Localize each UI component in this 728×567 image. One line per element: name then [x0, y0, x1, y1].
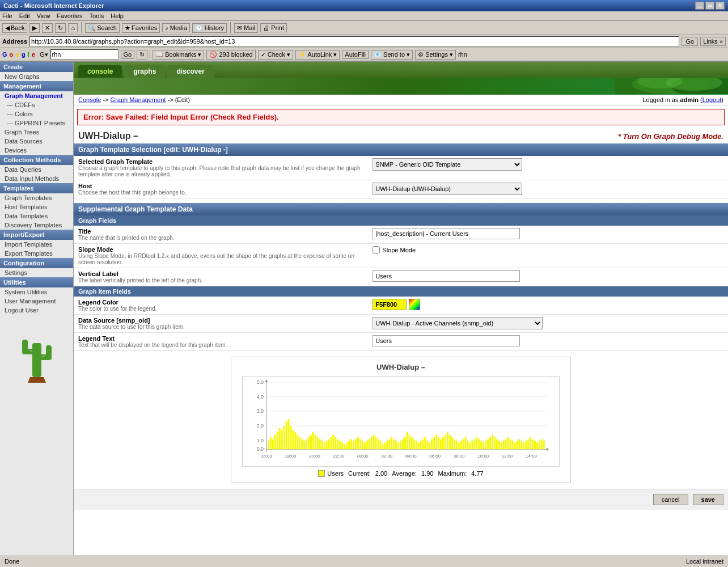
bookmarks-btn[interactable]: 📖 Bookmarks ▾ — [153, 50, 204, 60]
nav-tab-console[interactable]: console — [78, 65, 122, 78]
back-btn[interactable]: ◀ Back — [2, 23, 27, 33]
nav-tab-discover[interactable]: discover — [167, 65, 213, 78]
graph-chart-title: UWH-Dialup – — [237, 363, 565, 371]
svg-rect-59 — [303, 441, 305, 450]
svg-rect-75 — [339, 441, 341, 450]
sidebar-item-data-templates[interactable]: Data Templates — [0, 211, 73, 221]
sidebar-item-data-input[interactable]: Data Input Methods — [0, 174, 73, 183]
menu-favorites[interactable]: Favorites — [57, 12, 82, 19]
refresh-btn[interactable]: ↻ — [55, 23, 66, 33]
legend-color-label: Legend Color — [78, 299, 363, 306]
sidebar-item-user-management[interactable]: User Management — [0, 297, 73, 306]
cancel-button[interactable]: cancel — [653, 494, 688, 505]
close-btn[interactable]: ✕ — [716, 2, 725, 10]
color-picker-btn[interactable] — [409, 299, 420, 310]
menu-view[interactable]: View — [37, 12, 50, 19]
window-controls[interactable]: _ ▭ ✕ — [695, 2, 725, 10]
media-toolbar-btn[interactable]: ♪ Media — [162, 23, 190, 32]
send-to-btn[interactable]: 📧 Send to ▾ — [371, 50, 413, 60]
svg-rect-86 — [364, 443, 366, 450]
svg-rect-100 — [395, 441, 397, 450]
menu-help[interactable]: Help — [111, 12, 124, 19]
svg-rect-141 — [487, 439, 489, 450]
nav-tab-graphs[interactable]: graphs — [124, 65, 165, 78]
check-btn[interactable]: ✓ Check ▾ — [258, 50, 293, 60]
legend-label: Users — [327, 470, 344, 477]
breadcrumb-console[interactable]: Console — [78, 96, 101, 103]
minimize-btn[interactable]: _ — [695, 2, 704, 10]
sidebar-item-import-templates[interactable]: Import Templates — [0, 240, 73, 249]
google-refresh-btn[interactable]: ↻ — [137, 50, 147, 60]
sidebar-item-graph-trees[interactable]: Graph Trees — [0, 128, 73, 137]
sidebar-header-templates: Templates — [0, 183, 73, 193]
sidebar-item-discovery-templates[interactable]: Discovery Templates — [0, 221, 73, 230]
links-btn[interactable]: Links » — [700, 37, 726, 46]
data-source-select[interactable]: UWH-Dialup - Active Channels (snmp_oid) — [373, 317, 543, 329]
menu-file[interactable]: File — [2, 12, 12, 19]
top-nav-area: console graphs discover — [74, 62, 728, 95]
legend-color-label-cell: Legend Color The color to use for the le… — [74, 297, 368, 315]
favorites-toolbar-btn[interactable]: ★ Favorites — [122, 23, 160, 33]
google-settings-btn[interactable]: ⚙ Settings ▾ — [415, 50, 456, 60]
svg-text:18:00: 18:00 — [285, 454, 297, 459]
sidebar-item-logout[interactable]: Logout User — [0, 306, 73, 315]
search-toolbar-btn[interactable]: 🔍 Search — [85, 23, 120, 33]
debug-mode-link[interactable]: * Turn On Graph Debug Mode. — [618, 132, 723, 141]
vertical-label-input[interactable] — [373, 270, 520, 282]
print-toolbar-btn[interactable]: 🖨 Print — [260, 23, 287, 32]
sidebar-item-settings[interactable]: Settings — [0, 268, 73, 277]
legend-text-input[interactable] — [373, 335, 520, 346]
home-btn[interactable]: ⌂ — [68, 23, 78, 32]
svg-rect-70 — [328, 439, 330, 450]
save-button[interactable]: save — [693, 494, 723, 505]
sidebar-item-export-templates[interactable]: Export Templates — [0, 249, 73, 258]
title-input[interactable] — [373, 228, 520, 239]
svg-rect-111 — [420, 441, 422, 450]
forward-btn[interactable]: ▶ — [29, 23, 40, 33]
svg-rect-135 — [473, 439, 475, 450]
sidebar-item-graph-templates[interactable]: Graph Templates — [0, 193, 73, 202]
sidebar-item-devices[interactable]: Devices — [0, 146, 73, 155]
maximize-btn[interactable]: ▭ — [705, 2, 714, 10]
history-toolbar-btn[interactable]: 🕐 History — [192, 23, 227, 33]
sidebar-item-data-queries[interactable]: Data Queries — [0, 165, 73, 174]
host-select[interactable]: UWH-Dialup (UWH-Dialup) — [373, 183, 522, 195]
svg-rect-160 — [530, 437, 531, 450]
legend-color-input[interactable] — [373, 299, 407, 310]
google-search-input[interactable] — [50, 49, 118, 60]
mail-toolbar-btn[interactable]: ✉ Mail — [234, 23, 258, 33]
blocked-btn[interactable]: 🚫 293 blocked — [206, 50, 255, 60]
color-input-group — [373, 299, 723, 310]
svg-rect-84 — [359, 439, 361, 450]
sidebar-item-data-sources[interactable]: Data Sources — [0, 137, 73, 146]
breadcrumb-graph-management[interactable]: Graph Management — [111, 96, 166, 103]
sidebar-item-system-utilities[interactable]: System Utilities — [0, 287, 73, 297]
stop-btn[interactable]: ✕ — [42, 23, 53, 33]
sidebar-item-gpprint[interactable]: --- GPPRINT Presets — [0, 119, 73, 128]
autofill-btn[interactable]: AutoFill — [342, 50, 369, 59]
logout-link[interactable]: Logout — [702, 96, 722, 103]
menu-edit[interactable]: Edit — [19, 12, 30, 19]
slope-mode-checkbox-label: Slope Mode — [373, 246, 723, 253]
legend-color-input-cell — [368, 297, 728, 315]
google-go-btn[interactable]: Go — [121, 50, 135, 59]
svg-rect-123 — [447, 432, 448, 450]
autolink-btn[interactable]: ⚡ AutoLink ▾ — [295, 50, 340, 60]
sidebar-item-graph-management[interactable]: Graph Management — [0, 91, 73, 100]
menu-tools[interactable]: Tools — [90, 12, 104, 19]
slope-input-cell: Slope Mode — [368, 244, 728, 268]
data-source-label-cell: Data Source [snmp_oid] The data source t… — [74, 315, 368, 333]
sidebar-item-new-graphs[interactable]: New Graphs — [0, 72, 73, 81]
sidebar-item-host-templates[interactable]: Host Templates — [0, 202, 73, 211]
legend-average-label: Average: — [392, 470, 417, 477]
sidebar-item-cdefs[interactable]: --- CDEFs — [0, 100, 73, 109]
cactus-logo — [14, 320, 60, 383]
address-input[interactable] — [29, 36, 679, 46]
sidebar-item-colors[interactable]: --- Colors — [0, 109, 73, 119]
status-text: Done — [5, 558, 19, 565]
slope-mode-checkbox[interactable] — [373, 246, 380, 253]
svg-rect-46 — [274, 435, 276, 450]
graph-template-select[interactable]: SNMP - Generic OID Template — [373, 158, 522, 171]
go-btn[interactable]: Go — [682, 37, 698, 46]
graph-item-fields-header: Graph Item Fields — [74, 286, 728, 297]
